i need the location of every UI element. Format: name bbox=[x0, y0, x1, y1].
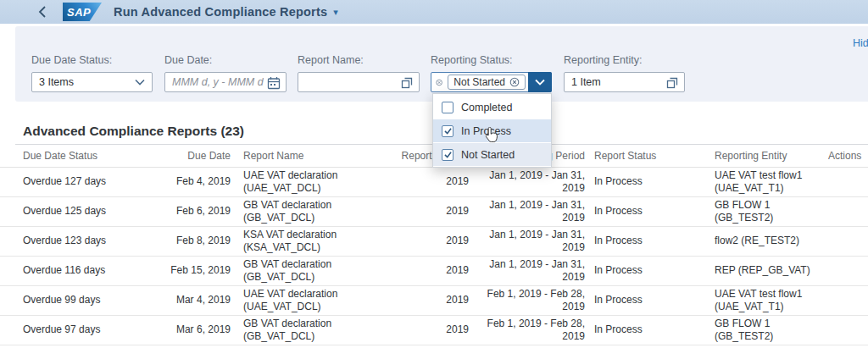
reporting-status-dropdown: Completed In Process Not Started bbox=[432, 93, 552, 168]
reporting-year-cell: 2019 bbox=[392, 315, 469, 345]
dropdown-option-completed[interactable]: Completed bbox=[433, 96, 551, 119]
report-status-cell: In Process bbox=[585, 226, 705, 256]
dropdown-option-in-process[interactable]: In Process bbox=[433, 119, 551, 142]
due-date-status-cell: Overdue 125 days bbox=[0, 196, 153, 226]
shell-header: SAP Run Advanced Compliance Reports ▾ bbox=[0, 0, 868, 24]
filter-due-date-status: Due Date Status: 3 Items bbox=[31, 54, 153, 92]
reporting-entity-cell: GB FLOW 1 (GB_TEST2) bbox=[705, 315, 828, 345]
due-date-cell: Feb 15, 2019 bbox=[153, 256, 231, 285]
filter-due-date: Due Date: bbox=[164, 54, 287, 92]
report-name-cell: GB VAT declaration (GB_VAT_DCL) bbox=[231, 256, 392, 285]
reporting-entity-cell: GB FLOW 1 (GB_TEST2) bbox=[705, 196, 828, 226]
calendar-icon[interactable] bbox=[267, 76, 281, 90]
col-due-date-status[interactable]: Due Date Status bbox=[0, 145, 153, 167]
checkbox-checked[interactable] bbox=[442, 125, 453, 137]
reporting-year-cell: 2019 bbox=[392, 256, 469, 285]
report-status-cell: In Process bbox=[585, 285, 705, 315]
report-name-cell: GB VAT declaration (GB_VAT_DCL) bbox=[231, 196, 392, 226]
option-label: Not Started bbox=[461, 149, 515, 161]
report-name-label: Report Name: bbox=[298, 54, 420, 66]
due-date-status-cell: Overdue 116 days bbox=[0, 256, 153, 285]
status-token-label: Not Started bbox=[453, 76, 505, 88]
reporting-year-cell: 2019 bbox=[392, 285, 469, 315]
col-reporting-entity[interactable]: Reporting Entity bbox=[705, 145, 828, 167]
col-actions[interactable]: Actions bbox=[828, 145, 868, 167]
filter-reporting-status: Reporting Status: Not Started bbox=[431, 54, 552, 92]
sap-logo-text: SAP bbox=[63, 6, 91, 19]
reporting-entity-cell: REP (REP_GB_VAT) bbox=[705, 256, 828, 285]
col-report-name[interactable]: Report Name bbox=[231, 145, 392, 167]
option-label: Completed bbox=[461, 102, 512, 113]
reporting-period-cell: Jan 1, 2019 - Jan 31, 2019 bbox=[469, 256, 585, 285]
reporting-year-cell: 2019 bbox=[392, 167, 469, 196]
filter-reporting-entity: Reporting Entity: bbox=[564, 54, 685, 92]
table-row[interactable]: Overdue 116 days Feb 15, 2019 GB VAT dec… bbox=[0, 256, 868, 285]
chevron-down-icon bbox=[135, 79, 145, 86]
due-date-cell: Feb 4, 2019 bbox=[153, 167, 231, 196]
table-row[interactable]: Overdue 127 days Feb 4, 2019 UAE VAT dec… bbox=[0, 167, 868, 196]
reporting-period-cell: Feb 1, 2019 - Feb 28, 2019 bbox=[469, 315, 585, 345]
report-status-cell: In Process bbox=[585, 196, 705, 226]
reporting-entity-cell: UAE VAT test flow1 (UAE_VAT_T1) bbox=[705, 167, 828, 196]
col-due-date[interactable]: Due Date bbox=[153, 145, 231, 167]
table-row[interactable]: Overdue 123 days Feb 8, 2019 KSA VAT dec… bbox=[0, 226, 868, 256]
reporting-status-label: Reporting Status: bbox=[431, 54, 552, 66]
actions-cell bbox=[828, 285, 868, 315]
report-name-cell: UAE VAT declaration (UAE_VAT_DCL) bbox=[231, 167, 392, 196]
due-date-status-cell: Overdue 99 days bbox=[0, 285, 153, 315]
report-status-cell: In Process bbox=[585, 167, 705, 196]
due-date-cell: Mar 6, 2019 bbox=[153, 315, 231, 345]
reporting-period-cell: Feb 1, 2019 - Feb 28, 2019 bbox=[469, 285, 585, 315]
chevron-down-icon bbox=[535, 79, 545, 86]
reporting-status-multicombo[interactable]: Not Started bbox=[431, 72, 552, 92]
token-remove-icon[interactable] bbox=[509, 77, 520, 87]
combo-dropdown-button[interactable] bbox=[528, 72, 552, 92]
checkbox-unchecked[interactable] bbox=[442, 102, 453, 113]
table-row[interactable]: Overdue 97 days Mar 6, 2019 GB VAT decla… bbox=[0, 315, 868, 345]
app-title-menu[interactable]: Run Advanced Compliance Reports ▾ bbox=[114, 5, 338, 19]
filter-report-name: Report Name: bbox=[298, 54, 420, 92]
reporting-period-cell: Jan 1, 2019 - Jan 31, 2019 bbox=[469, 167, 585, 196]
value-help-icon[interactable] bbox=[665, 76, 679, 90]
compliance-reports-table: Due Date Status Due Date Report Name Rep… bbox=[0, 145, 868, 345]
checkbox-checked[interactable] bbox=[442, 149, 453, 161]
actions-cell bbox=[828, 226, 868, 256]
due-date-status-label: Due Date Status: bbox=[31, 54, 153, 66]
due-date-cell: Feb 8, 2019 bbox=[153, 226, 231, 256]
hide-filter-bar-link[interactable]: Hid bbox=[853, 37, 868, 49]
status-token[interactable]: Not Started bbox=[448, 75, 526, 90]
reporting-year-cell: 2019 bbox=[392, 226, 469, 256]
table-title: Advanced Compliance Reports (23) bbox=[23, 124, 244, 139]
circle-x-icon[interactable] bbox=[436, 77, 442, 88]
actions-cell bbox=[828, 167, 868, 196]
due-date-cell: Mar 4, 2019 bbox=[153, 285, 231, 315]
option-label: In Process bbox=[461, 125, 511, 137]
reporting-entity-cell: UAE VAT test flow1 (UAE_VAT_T1) bbox=[705, 285, 828, 315]
actions-cell bbox=[828, 256, 868, 285]
table-row[interactable]: Overdue 125 days Feb 6, 2019 GB VAT decl… bbox=[0, 196, 868, 226]
due-date-label: Due Date: bbox=[164, 54, 287, 66]
reporting-year-cell: 2019 bbox=[392, 196, 469, 226]
reporting-period-cell: Jan 1, 2019 - Jan 31, 2019 bbox=[469, 196, 585, 226]
report-status-cell: In Process bbox=[585, 256, 705, 285]
sap-logo[interactable]: SAP bbox=[63, 3, 102, 21]
back-icon[interactable] bbox=[37, 5, 49, 19]
report-name-cell: UAE VAT declaration (UAE_VAT_DCL) bbox=[231, 285, 392, 315]
table-row[interactable]: Overdue 99 days Mar 4, 2019 UAE VAT decl… bbox=[0, 285, 868, 315]
reporting-entity-label: Reporting Entity: bbox=[564, 54, 685, 66]
page-title: Run Advanced Compliance Reports bbox=[114, 5, 327, 19]
report-name-cell: KSA VAT declaration (KSA_VAT_DCL) bbox=[231, 226, 392, 256]
chevron-down-icon: ▾ bbox=[333, 7, 338, 18]
actions-cell bbox=[828, 315, 868, 345]
due-date-cell: Feb 6, 2019 bbox=[153, 196, 231, 226]
due-date-status-cell: Overdue 127 days bbox=[0, 167, 153, 196]
col-report-status[interactable]: Report Status bbox=[585, 145, 705, 167]
report-status-cell: In Process bbox=[585, 315, 705, 345]
actions-cell bbox=[828, 196, 868, 226]
value-help-icon[interactable] bbox=[400, 76, 414, 90]
due-date-status-value: 3 Items bbox=[39, 76, 74, 88]
due-date-status-select[interactable]: 3 Items bbox=[31, 72, 153, 92]
reporting-period-cell: Jan 1, 2019 - Jan 31, 2019 bbox=[469, 226, 585, 256]
dropdown-option-not-started[interactable]: Not Started bbox=[433, 143, 551, 166]
report-name-cell: GB VAT declaration (GB_VAT_DCL) bbox=[231, 315, 392, 345]
